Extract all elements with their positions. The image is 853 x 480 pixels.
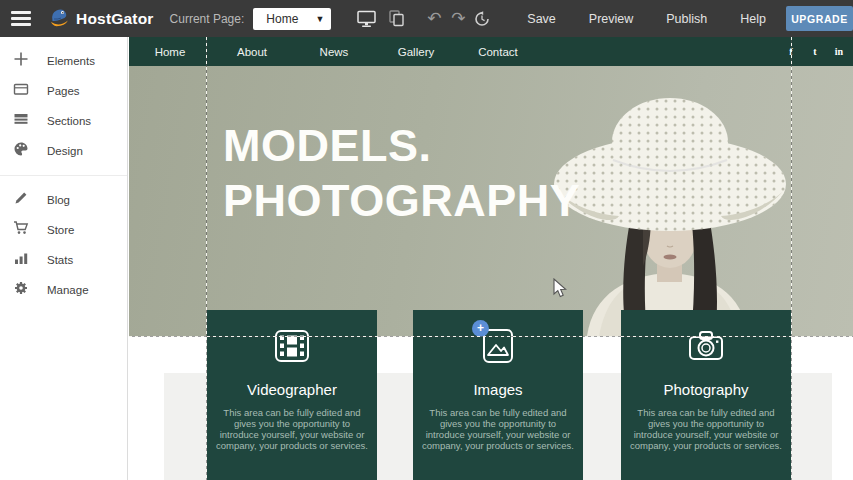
sidebar-item-manage[interactable]: Manage — [0, 275, 127, 305]
sidebar-item-pages[interactable]: Pages — [0, 76, 127, 106]
sidebar-item-sections[interactable]: Sections — [0, 106, 127, 136]
plus-icon — [13, 51, 29, 71]
site-nav-gallery[interactable]: Gallery — [375, 46, 457, 58]
site-nav-news[interactable]: News — [293, 46, 375, 58]
sidebar-item-label: Stats — [47, 254, 73, 266]
site-preview-canvas: Home About News Gallery Contact f t in — [129, 37, 853, 480]
hero-title-line1: MODELS. — [223, 118, 580, 173]
history-icon[interactable] — [470, 7, 494, 31]
twitter-icon[interactable]: t — [810, 46, 820, 57]
site-nav-home[interactable]: Home — [129, 46, 211, 58]
sections-icon — [13, 111, 29, 131]
logo-text: HostGator — [76, 10, 154, 28]
section-guide-right — [791, 37, 792, 480]
card-title[interactable]: Photography — [621, 381, 791, 398]
mouse-cursor — [553, 278, 568, 303]
card-body-text[interactable]: This area can be fully edited and gives … — [422, 407, 574, 451]
site-navbar: Home About News Gallery Contact f t in — [129, 37, 853, 66]
hostgator-gator-icon — [48, 6, 71, 32]
sidebar-item-label: Manage — [47, 284, 89, 296]
publish-button[interactable]: Publish — [666, 12, 707, 26]
sidebar-item-stats[interactable]: Stats — [0, 245, 127, 275]
palette-icon — [13, 141, 29, 161]
topbar-tools: ↶ ↷ Save Preview Publish Help UPGRADE — [354, 6, 853, 31]
hero-title-line2: PHOTOGRAPHY — [223, 173, 580, 228]
film-icon — [273, 327, 311, 365]
preview-button[interactable]: Preview — [589, 12, 633, 26]
add-image-badge[interactable]: + — [472, 320, 489, 337]
cart-icon — [13, 220, 29, 240]
chevron-down-icon: ▼ — [315, 14, 324, 24]
card-body-text[interactable]: This area can be fully edited and gives … — [630, 407, 782, 451]
page-select-value: Home — [266, 12, 315, 26]
hostgator-logo: HostGator — [48, 6, 154, 32]
card-title[interactable]: Images — [413, 381, 583, 398]
social-links: f t in — [786, 37, 848, 66]
pages-icon — [13, 81, 29, 101]
sidebar-item-elements[interactable]: Elements — [0, 46, 127, 76]
sidebar-item-label: Blog — [47, 194, 70, 206]
redo-icon[interactable]: ↷ — [446, 7, 470, 31]
linkedin-icon[interactable]: in — [834, 46, 844, 57]
help-button[interactable]: Help — [740, 12, 766, 26]
sidebar-divider — [0, 175, 127, 176]
save-button[interactable]: Save — [527, 12, 556, 26]
section-guide-bottom[interactable] — [129, 336, 853, 337]
pencil-icon — [13, 190, 29, 210]
upgrade-button[interactable]: UPGRADE — [786, 6, 853, 31]
hamburger-menu-icon[interactable] — [11, 11, 33, 26]
camera-icon — [687, 327, 725, 365]
site-nav-contact[interactable]: Contact — [457, 46, 539, 58]
card-title[interactable]: Videographer — [207, 381, 377, 398]
mobile-preview-icon[interactable] — [384, 7, 408, 31]
sidebar-item-label: Sections — [47, 115, 91, 127]
sidebar-item-label: Elements — [47, 55, 95, 67]
sidebar-item-label: Store — [47, 224, 75, 236]
card-body-text[interactable]: This area can be fully edited and gives … — [216, 407, 368, 451]
editor-topbar: HostGator Current Page: Home ▼ ↶ ↷ Save … — [0, 0, 853, 37]
sidebar-item-design[interactable]: Design — [0, 136, 127, 166]
editor-sidebar: Elements Pages Sections Design Blog Stor… — [0, 37, 128, 480]
sidebar-item-store[interactable]: Store — [0, 215, 127, 245]
current-page-label: Current Page: — [170, 12, 245, 26]
page-select-dropdown[interactable]: Home ▼ — [253, 8, 331, 30]
undo-icon[interactable]: ↶ — [422, 7, 446, 31]
gear-icon — [13, 280, 29, 300]
section-guide-left — [206, 37, 207, 480]
hero-title[interactable]: MODELS. PHOTOGRAPHY — [223, 118, 580, 228]
sidebar-item-label: Design — [47, 145, 83, 157]
bar-chart-icon — [13, 250, 29, 270]
sidebar-item-label: Pages — [47, 85, 80, 97]
desktop-preview-icon[interactable] — [354, 7, 378, 31]
hero-section[interactable]: MODELS. PHOTOGRAPHY — [129, 66, 853, 336]
image-icon: + — [479, 327, 517, 365]
sidebar-item-blog[interactable]: Blog — [0, 185, 127, 215]
site-nav-about[interactable]: About — [211, 46, 293, 58]
